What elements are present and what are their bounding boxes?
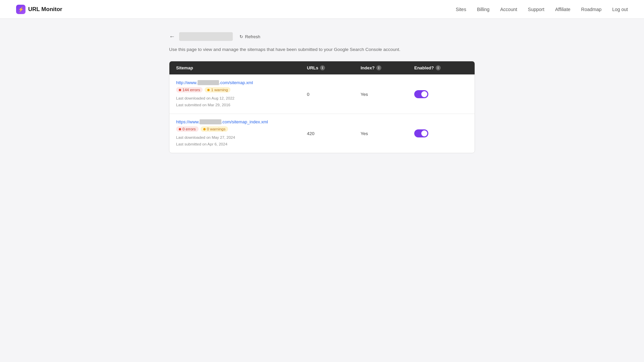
warning-dot-2: [203, 128, 206, 130]
header-index: Index? i: [361, 65, 414, 70]
toggle-cell-2: [414, 129, 468, 137]
warning-badge-2: 0 warnings: [201, 126, 228, 132]
warning-dot-1: [207, 89, 210, 91]
error-dot-2: [179, 128, 181, 130]
page-header: ← ███████.com ↻ Refresh: [169, 32, 475, 41]
table-row: https://www.███████.com/sitemap_index.xm…: [169, 114, 475, 153]
index-cell-2: Yes: [361, 131, 414, 136]
sitemaps-table: Sitemap URLs i Index? i Enabled? i http:…: [169, 61, 475, 153]
badges-row-2: 0 errors 0 warnings: [176, 126, 307, 132]
back-button[interactable]: ←: [169, 33, 175, 40]
error-dot-1: [179, 89, 181, 91]
sitemap-cell-1: http://www.███████.com/sitemap.xml 144 e…: [176, 80, 307, 108]
toggle-cell-1: [414, 90, 468, 98]
sitemap-cell-2: https://www.███████.com/sitemap_index.xm…: [176, 119, 307, 147]
enabled-toggle-1[interactable]: [414, 90, 428, 98]
main-content: ← ███████.com ↻ Refresh Use this page to…: [161, 19, 483, 167]
sitemap-url-2[interactable]: https://www.███████.com/sitemap_index.xm…: [176, 119, 307, 124]
urls-cell-2: 420: [307, 131, 361, 136]
logo[interactable]: ⚡ URL Monitor: [16, 5, 62, 14]
enabled-toggle-2[interactable]: [414, 129, 428, 137]
last-downloaded-1: Last downloaded on Aug 12, 2022: [176, 95, 307, 102]
nav-affiliate[interactable]: Affiliate: [555, 7, 571, 12]
nav-logout[interactable]: Log out: [612, 7, 628, 12]
meta-info-2: Last downloaded on May 27, 2024 Last sub…: [176, 134, 307, 147]
table-row: http://www.███████.com/sitemap.xml 144 e…: [169, 74, 475, 114]
last-downloaded-2: Last downloaded on May 27, 2024: [176, 134, 307, 141]
meta-info-1: Last downloaded on Aug 12, 2022 Last sub…: [176, 95, 307, 108]
logo-text: URL Monitor: [28, 6, 62, 13]
toggle-slider-1: [414, 90, 428, 98]
error-badge-1: 144 errors: [176, 87, 203, 93]
nav-support[interactable]: Support: [528, 7, 544, 12]
enabled-info-icon[interactable]: i: [436, 65, 441, 70]
page-description: Use this page to view and manage the sit…: [169, 46, 475, 53]
nav-account[interactable]: Account: [500, 7, 517, 12]
nav-roadmap[interactable]: Roadmap: [581, 7, 602, 12]
sitemap-url-1[interactable]: http://www.███████.com/sitemap.xml: [176, 80, 307, 85]
index-info-icon[interactable]: i: [376, 65, 381, 70]
warning-badge-1: 1 warning: [205, 87, 230, 93]
refresh-button[interactable]: ↻ Refresh: [237, 33, 263, 41]
header-urls: URLs i: [307, 65, 361, 70]
last-submitted-1: Last submitted on Mar 29, 2016: [176, 102, 307, 109]
last-submitted-2: Last submitted on Apr 6, 2024: [176, 141, 307, 148]
nav-sites[interactable]: Sites: [456, 7, 466, 12]
logo-icon: ⚡: [16, 5, 25, 14]
table-header: Sitemap URLs i Index? i Enabled? i: [169, 61, 475, 74]
badges-row-1: 144 errors 1 warning: [176, 87, 307, 93]
error-badge-2: 0 errors: [176, 126, 199, 132]
header-enabled: Enabled? i: [414, 65, 468, 70]
header-sitemap: Sitemap: [176, 65, 307, 70]
urls-info-icon[interactable]: i: [320, 65, 325, 70]
refresh-label: Refresh: [245, 34, 260, 39]
urls-cell-1: 0: [307, 92, 361, 97]
index-cell-1: Yes: [361, 92, 414, 97]
refresh-icon: ↻: [239, 34, 243, 39]
nav-links: Sites Billing Account Support Affiliate …: [456, 7, 628, 12]
navbar: ⚡ URL Monitor Sites Billing Account Supp…: [0, 0, 644, 19]
toggle-slider-2: [414, 129, 428, 137]
domain-title: ███████.com: [179, 32, 233, 41]
nav-billing[interactable]: Billing: [477, 7, 489, 12]
